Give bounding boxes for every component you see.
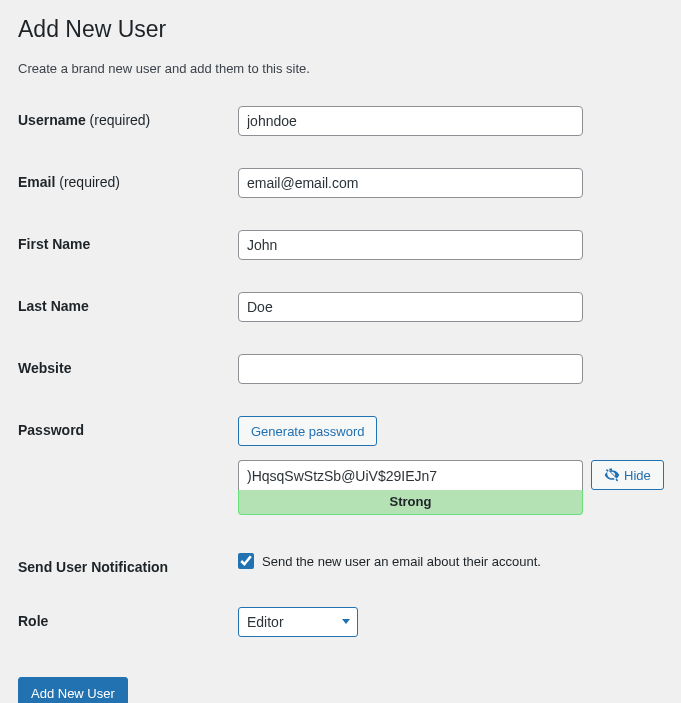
role-select[interactable]: Editor	[238, 607, 358, 637]
eye-slash-icon	[604, 467, 620, 483]
website-input[interactable]	[238, 354, 583, 384]
notification-checkbox[interactable]	[238, 553, 254, 569]
password-label: Password	[18, 416, 238, 438]
last-name-input[interactable]	[238, 292, 583, 322]
notification-text: Send the new user an email about their a…	[262, 554, 541, 569]
password-strength-meter: Strong	[238, 489, 583, 515]
page-subtitle: Create a brand new user and add them to …	[18, 61, 663, 76]
generate-password-button[interactable]: Generate password	[238, 416, 377, 446]
notification-label: Send User Notification	[18, 553, 238, 575]
password-input[interactable]	[238, 460, 583, 490]
last-name-label: Last Name	[18, 292, 238, 314]
website-label: Website	[18, 354, 238, 376]
page-title: Add New User	[18, 16, 663, 43]
email-input[interactable]	[238, 168, 583, 198]
first-name-input[interactable]	[238, 230, 583, 260]
username-label: Username (required)	[18, 106, 238, 128]
username-input[interactable]	[238, 106, 583, 136]
email-label: Email (required)	[18, 168, 238, 190]
first-name-label: First Name	[18, 230, 238, 252]
role-label: Role	[18, 607, 238, 629]
hide-password-button[interactable]: Hide	[591, 460, 664, 490]
add-new-user-button[interactable]: Add New User	[18, 677, 128, 703]
